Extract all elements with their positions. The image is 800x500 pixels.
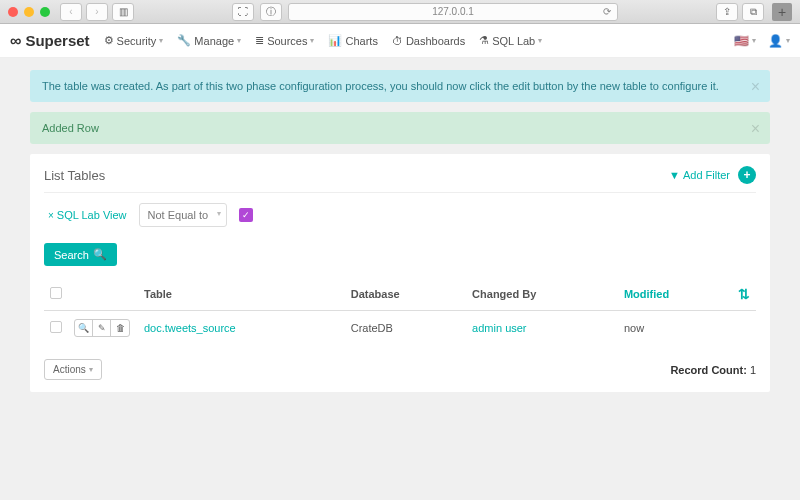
record-count-value: 1 bbox=[750, 364, 756, 376]
window-controls bbox=[8, 7, 50, 17]
cell-modified: now bbox=[624, 322, 644, 334]
filter-chip[interactable]: × SQL Lab View bbox=[48, 209, 127, 221]
filter-operator-label: Not Equal to bbox=[148, 209, 209, 221]
filter-row: × SQL Lab View Not Equal to ✓ bbox=[44, 192, 756, 243]
brand-label: Superset bbox=[25, 32, 89, 49]
fullscreen-icon[interactable]: ⛶ bbox=[232, 3, 254, 21]
col-modified[interactable]: Modified bbox=[618, 278, 732, 311]
nav-label: Dashboards bbox=[406, 35, 465, 47]
flask-icon: ⚗ bbox=[479, 34, 489, 47]
url-bar[interactable]: 127.0.0.1 ⟳ bbox=[288, 3, 618, 21]
add-button[interactable]: + bbox=[738, 166, 756, 184]
filter-icon: ▼ bbox=[669, 169, 680, 181]
app-navbar: ∞ Superset ⚙ Security ▾ 🔧 Manage ▾ ≣ Sou… bbox=[0, 24, 800, 58]
actions-dropdown[interactable]: Actions ▾ bbox=[44, 359, 102, 380]
nav-label: Security bbox=[117, 35, 157, 47]
security-icon: ⚙ bbox=[104, 34, 114, 47]
dashboard-icon: ⏱ bbox=[392, 35, 403, 47]
chevron-down-icon: ▾ bbox=[310, 36, 314, 45]
wrench-icon: 🔧 bbox=[177, 34, 191, 47]
stack-icon: ≣ bbox=[255, 34, 264, 47]
filter-operator-select[interactable]: Not Equal to bbox=[139, 203, 228, 227]
flag-icon: 🇺🇸 bbox=[734, 34, 749, 48]
close-icon[interactable]: × bbox=[751, 120, 760, 138]
remove-filter-icon[interactable]: × bbox=[48, 210, 54, 221]
nav-charts[interactable]: 📊 Charts bbox=[328, 34, 377, 47]
search-icon: 🔍 bbox=[93, 248, 107, 261]
actions-label: Actions bbox=[53, 364, 86, 375]
tabs-icon[interactable]: ⧉ bbox=[742, 3, 764, 21]
chevron-down-icon: ▾ bbox=[538, 36, 542, 45]
chevron-down-icon: ▾ bbox=[159, 36, 163, 45]
brand-logo[interactable]: ∞ Superset bbox=[10, 32, 90, 50]
search-label: Search bbox=[54, 249, 89, 261]
refresh-icon[interactable]: ⟳ bbox=[603, 6, 611, 17]
nav-label: Manage bbox=[194, 35, 234, 47]
nav-label: SQL Lab bbox=[492, 35, 535, 47]
chevron-down-icon: ▾ bbox=[752, 36, 756, 45]
url-text: 127.0.0.1 bbox=[432, 6, 474, 17]
alert-info: The table was created. As part of this t… bbox=[30, 70, 770, 102]
add-filter-button[interactable]: ▼ Add Filter bbox=[669, 169, 730, 181]
alert-success: Added Row × bbox=[30, 112, 770, 144]
row-toolbar: 🔍 ✎ 🗑 bbox=[74, 319, 130, 337]
nav-label: Sources bbox=[267, 35, 307, 47]
share-icon[interactable]: ⇪ bbox=[716, 3, 738, 21]
nav-manage[interactable]: 🔧 Manage ▾ bbox=[177, 34, 241, 47]
nav-security[interactable]: ⚙ Security ▾ bbox=[104, 34, 164, 47]
add-filter-label: Add Filter bbox=[683, 169, 730, 181]
col-table[interactable]: Table bbox=[138, 278, 345, 311]
maximize-window-icon[interactable] bbox=[40, 7, 50, 17]
page-content: The table was created. As part of this t… bbox=[0, 58, 800, 404]
panel-footer: Actions ▾ Record Count: 1 bbox=[44, 359, 756, 380]
chart-icon: 📊 bbox=[328, 34, 342, 47]
close-window-icon[interactable] bbox=[8, 7, 18, 17]
col-actions bbox=[68, 278, 138, 311]
minimize-window-icon[interactable] bbox=[24, 7, 34, 17]
nav-dashboards[interactable]: ⏱ Dashboards bbox=[392, 34, 465, 47]
chevron-down-icon: ▾ bbox=[89, 365, 93, 374]
sort-toggle-icon[interactable]: ⇅ bbox=[738, 286, 750, 302]
close-icon[interactable]: × bbox=[751, 78, 760, 96]
chevron-down-icon: ▾ bbox=[237, 36, 241, 45]
table-row: 🔍 ✎ 🗑 doc.tweets_source CrateDB admin us… bbox=[44, 311, 756, 346]
record-count-label: Record Count: bbox=[670, 364, 746, 376]
edit-icon[interactable]: ✎ bbox=[93, 320, 111, 336]
panel-title: List Tables bbox=[44, 168, 105, 183]
language-menu[interactable]: 🇺🇸 ▾ bbox=[734, 34, 756, 48]
forward-button[interactable]: › bbox=[86, 3, 108, 21]
alert-success-text: Added Row bbox=[42, 122, 99, 134]
chevron-down-icon: ▾ bbox=[786, 36, 790, 45]
select-all-checkbox[interactable] bbox=[50, 287, 62, 299]
cell-changedby[interactable]: admin user bbox=[472, 322, 526, 334]
filter-field-label: SQL Lab View bbox=[57, 209, 127, 221]
magnify-icon[interactable]: 🔍 bbox=[75, 320, 93, 336]
user-icon: 👤 bbox=[768, 34, 783, 48]
cell-database: CrateDB bbox=[351, 322, 393, 334]
site-info-icon[interactable]: ⓘ bbox=[260, 3, 282, 21]
col-changedby[interactable]: Changed By bbox=[466, 278, 618, 311]
delete-icon[interactable]: 🗑 bbox=[111, 320, 129, 336]
new-tab-button[interactable]: + bbox=[772, 3, 792, 21]
browser-chrome: ‹ › ▥ ⛶ ⓘ 127.0.0.1 ⟳ ⇪ ⧉ + bbox=[0, 0, 800, 24]
nav-sources[interactable]: ≣ Sources ▾ bbox=[255, 34, 314, 47]
search-button[interactable]: Search 🔍 bbox=[44, 243, 117, 266]
infinity-icon: ∞ bbox=[10, 32, 21, 50]
alert-info-text: The table was created. As part of this t… bbox=[42, 80, 719, 92]
row-checkbox[interactable] bbox=[50, 321, 62, 333]
back-button[interactable]: ‹ bbox=[60, 3, 82, 21]
col-database[interactable]: Database bbox=[345, 278, 466, 311]
nav-label: Charts bbox=[345, 35, 377, 47]
data-table: Table Database Changed By Modified ⇅ 🔍 ✎… bbox=[44, 278, 756, 345]
sidebar-toggle-button[interactable]: ▥ bbox=[112, 3, 134, 21]
user-menu[interactable]: 👤 ▾ bbox=[768, 34, 790, 48]
filter-value-checkbox[interactable]: ✓ bbox=[239, 208, 253, 222]
record-count: Record Count: 1 bbox=[670, 364, 756, 376]
cell-table[interactable]: doc.tweets_source bbox=[144, 322, 236, 334]
list-panel: List Tables ▼ Add Filter + × SQL Lab Vie… bbox=[30, 154, 770, 392]
nav-sqllab[interactable]: ⚗ SQL Lab ▾ bbox=[479, 34, 542, 47]
